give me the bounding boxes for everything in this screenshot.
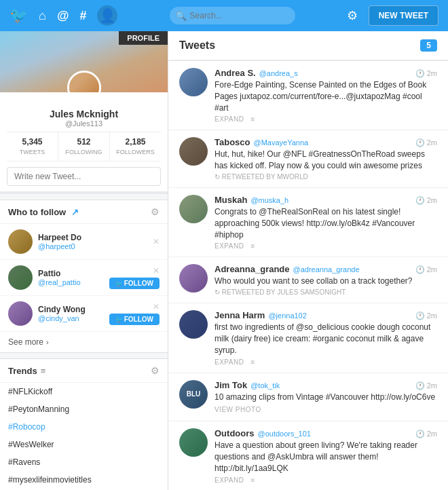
tweet-item[interactable]: BLU Jim Tok@tok_tik 🕐 2m 10 amazing clip… bbox=[168, 373, 448, 422]
tweet-body: Outdoors@outdoors_101 🕐 2m Have a questi… bbox=[214, 428, 437, 483]
hashtag-icon[interactable]: # bbox=[79, 9, 86, 23]
trends-section: Trends ≡ ⚙ #NFLKickoff #PeytonManning #R… bbox=[0, 358, 168, 490]
trends-title: Trends ≡ bbox=[8, 366, 45, 376]
tweet-time: 🕐 2m bbox=[415, 430, 437, 438]
tweets-stat[interactable]: 5,345 TWEETS bbox=[7, 132, 58, 161]
following-label: FOLLOWING bbox=[65, 149, 102, 155]
profile-tooltip: PROFILE bbox=[119, 31, 168, 45]
tweet-item[interactable]: Muskah@muska_h 🕐 2m Congrats to @TheReal… bbox=[168, 188, 448, 257]
retweet-info: ↻ RETWEETED BY JULES SAMSONIGHT bbox=[214, 288, 437, 296]
trend-item[interactable]: #PeytonManning bbox=[0, 400, 168, 418]
tweets-count: 5,345 bbox=[10, 137, 55, 147]
tweet-time: 🕐 2m bbox=[415, 312, 437, 320]
dismiss-icon[interactable]: ✕ bbox=[153, 266, 160, 276]
expand-action[interactable]: EXPAND bbox=[214, 115, 244, 123]
avatar bbox=[179, 428, 208, 457]
avatar bbox=[179, 264, 208, 293]
profile-info: Jules Mcknight @Jules113 5,345 TWEETS 51… bbox=[0, 92, 168, 162]
follow-item: Cindy Wong @cindy_van ✕ 🐦 FOLLOW bbox=[0, 296, 168, 332]
who-to-follow-title: Who to follow ↗ bbox=[8, 207, 79, 217]
main-content: Tweets 5 Andrea S.@andrea_s 🕐 2m Fore-Ed… bbox=[168, 31, 448, 490]
follow-info: Cindy Wong @cindy_van bbox=[38, 305, 104, 322]
more-icon: ≡ bbox=[250, 476, 255, 484]
expand-action[interactable]: EXPAND bbox=[214, 476, 244, 484]
twitter-mini-icon: 🐦 bbox=[115, 316, 123, 323]
search-container: 🔍 bbox=[170, 7, 295, 24]
profile-stats: 5,345 TWEETS 512 FOLLOWING 2,185 FOLLOWE… bbox=[7, 132, 161, 162]
tweet-text: Have a question about green living? We'r… bbox=[214, 440, 437, 474]
twitter-bird-icon[interactable]: 🐦 bbox=[10, 7, 28, 24]
tweet-text: 10 amazing clips from Vintage #Vancouver… bbox=[214, 392, 437, 403]
avatar bbox=[179, 137, 208, 166]
more-icon: ≡ bbox=[250, 242, 255, 250]
tweet-item[interactable]: Andrea S.@andrea_s 🕐 2m Fore-Edge Painti… bbox=[168, 61, 448, 130]
tweet-handle: @jenna102 bbox=[268, 312, 306, 320]
dismiss-icon[interactable]: ✕ bbox=[153, 302, 160, 312]
trend-item[interactable]: #NFLKickoff bbox=[0, 383, 168, 400]
follow-handle: @harpeet0 bbox=[38, 242, 147, 250]
avatar bbox=[8, 229, 33, 254]
trend-item-active[interactable]: #Robocop bbox=[0, 418, 168, 436]
search-input[interactable] bbox=[170, 7, 295, 24]
follow-button[interactable]: 🐦 FOLLOW bbox=[109, 314, 160, 325]
top-nav: 🐦 ⌂ @ # 👤 🔍 ⚙ NEW TWEET bbox=[0, 0, 448, 31]
avatar bbox=[179, 310, 208, 339]
trends-gear-icon[interactable]: ⚙ bbox=[151, 365, 160, 376]
follow-item: Harpeet Do @harpeet0 ✕ bbox=[0, 224, 168, 260]
avatar bbox=[179, 195, 208, 223]
trend-item[interactable]: #WesWelker bbox=[0, 436, 168, 453]
home-icon[interactable]: ⌂ bbox=[39, 9, 46, 23]
tweets-badge: 5 bbox=[420, 39, 437, 52]
tweet-name: Jenna Harm bbox=[214, 310, 265, 320]
more-icon: ≡ bbox=[250, 115, 255, 123]
follow-arrow-icon: ↗ bbox=[71, 207, 79, 217]
trends-header: Trends ≡ ⚙ bbox=[0, 359, 168, 383]
write-tweet-area bbox=[0, 162, 168, 194]
profile-icon[interactable]: 👤 bbox=[97, 5, 117, 26]
who-to-follow-gear-icon[interactable]: ⚙ bbox=[151, 206, 160, 217]
tweet-item[interactable]: Outdoors@outdoors_101 🕐 2m Have a questi… bbox=[168, 421, 448, 490]
trend-item[interactable]: #Ravens bbox=[0, 453, 168, 471]
avatar bbox=[67, 71, 101, 92]
tweets-label: TWEETS bbox=[20, 149, 45, 155]
mentions-icon[interactable]: @ bbox=[57, 9, 69, 23]
who-to-follow-header: Who to follow ↗ ⚙ bbox=[0, 200, 168, 224]
avatar bbox=[8, 265, 33, 290]
follow-info: Harpeet Do @harpeet0 bbox=[38, 233, 147, 250]
tweet-item[interactable]: Adreanna_grande@adreanna_grande 🕐 2m Who… bbox=[168, 257, 448, 303]
trend-item[interactable]: #mysexlifeinmovietitles bbox=[0, 471, 168, 489]
tweet-handle: @MavayeYanna bbox=[254, 138, 309, 147]
new-tweet-button[interactable]: NEW TWEET bbox=[369, 5, 438, 26]
chevron-right-icon: › bbox=[46, 338, 49, 346]
profile-section: PROFILE Jules Mcknight @Jules113 5,345 T… bbox=[0, 31, 168, 194]
follow-item: Pattio @real_pattio ✕ 🐦 FOLLOW bbox=[0, 260, 168, 296]
followers-stat[interactable]: 2,185 FOLLOWERS bbox=[110, 132, 161, 161]
tweet-body: Tabosco@MavayeYanna 🕐 2m Hut, hut, hike!… bbox=[214, 137, 437, 181]
expand-action[interactable]: EXPAND bbox=[214, 358, 244, 366]
expand-action[interactable]: EXPAND bbox=[214, 242, 244, 250]
tweet-text: Hut, hut, hike! Our @NFL #GreatnessOnThe… bbox=[214, 149, 437, 172]
write-tweet-input[interactable] bbox=[7, 167, 161, 186]
following-stat[interactable]: 512 FOLLOWING bbox=[58, 132, 110, 161]
tweet-item[interactable]: Jenna Harm@jenna102 🕐 2m first two ingre… bbox=[168, 303, 448, 373]
following-count: 512 bbox=[61, 137, 107, 147]
trends-list-icon: ≡ bbox=[41, 366, 46, 376]
gear-icon[interactable]: ⚙ bbox=[347, 8, 358, 23]
tweet-name: Adreanna_grande bbox=[214, 264, 290, 274]
follow-name: Cindy Wong bbox=[38, 305, 104, 314]
tweet-time: 🕐 2m bbox=[415, 381, 437, 390]
dismiss-icon[interactable]: ✕ bbox=[153, 238, 160, 246]
follow-button[interactable]: 🐦 FOLLOW bbox=[109, 278, 160, 289]
avatar bbox=[179, 68, 208, 96]
tweet-item[interactable]: Tabosco@MavayeYanna 🕐 2m Hut, hut, hike!… bbox=[168, 130, 448, 188]
see-more-link[interactable]: See more › bbox=[0, 332, 168, 352]
tweet-time: 🕐 2m bbox=[415, 265, 437, 274]
view-photo-action[interactable]: VIEW PHOTO bbox=[214, 406, 261, 413]
tweet-body: Muskah@muska_h 🕐 2m Congrats to @TheReal… bbox=[214, 195, 437, 250]
tweet-name: Muskah bbox=[214, 195, 247, 205]
tweet-name: Tabosco bbox=[214, 137, 250, 147]
retweet-info: ↻ RETWEETED BY MWORLD bbox=[214, 173, 437, 181]
follow-info: Pattio @real_pattio bbox=[38, 269, 104, 286]
tweet-time: 🕐 2m bbox=[415, 138, 437, 147]
tweets-title: Tweets bbox=[179, 39, 215, 52]
